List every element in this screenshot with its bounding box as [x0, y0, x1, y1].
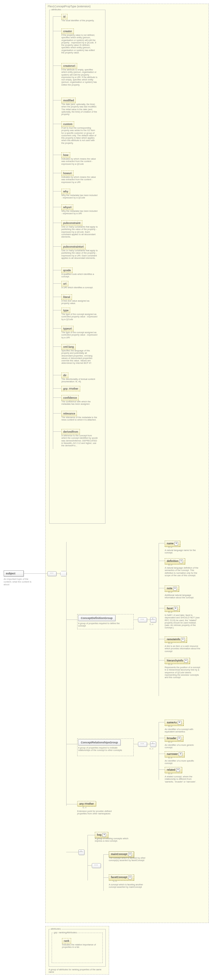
attr-connector — [53, 223, 61, 223]
attr-dir[interactable]: dir — [61, 372, 68, 378]
expand-icon[interactable]: + — [128, 853, 132, 856]
attr-confidence[interactable]: confidence — [61, 395, 79, 401]
elem-related[interactable]: related+ — [165, 767, 182, 773]
expand-icon[interactable]: + — [173, 587, 177, 590]
attr-creatoruri[interactable]: creatoruri — [61, 63, 77, 68]
bottom-attributes-label: attributes — [50, 928, 61, 930]
expand-icon[interactable]: + — [184, 659, 188, 663]
attr-desc: A free-text value assigned as property v… — [61, 300, 98, 305]
elem-desc: An identifier of a more specific concept… — [165, 760, 201, 765]
card: 0..∞ — [168, 546, 172, 548]
attr-typeuri[interactable]: typeuri — [61, 326, 74, 331]
attr-whyuri[interactable]: whyuri — [61, 205, 73, 210]
attr-desc: If set to true the corresponding propert… — [61, 127, 98, 145]
expand-icon[interactable]: + — [128, 876, 132, 879]
expand-icon[interactable]: + — [174, 607, 178, 611]
expand-icon[interactable]: + — [178, 721, 181, 724]
rel-group-title[interactable]: ConceptRelationshipsGroup — [78, 740, 121, 746]
elem-narrower[interactable]: narrower+ — [165, 751, 184, 757]
def-vline — [159, 543, 159, 696]
attr-connector — [53, 65, 61, 66]
attr-modified[interactable]: modified — [61, 98, 76, 103]
elem-note[interactable]: note+ — [165, 585, 179, 592]
h-to-any — [66, 804, 77, 804]
facetconcept-desc: A concept which is faceting another conc… — [109, 883, 148, 889]
expand-icon[interactable]: + — [179, 560, 183, 563]
card: 0..∞ — [168, 663, 172, 665]
attr-derivedfrom[interactable]: derivedfrom — [61, 429, 80, 434]
attr-custom[interactable]: custom — [61, 121, 74, 127]
attr-relevance[interactable]: relevance — [61, 411, 77, 416]
attr-desc: The date (and, optionally, the time) whe… — [61, 103, 98, 116]
mf-seq — [92, 863, 101, 868]
attr-type[interactable]: type — [61, 308, 70, 313]
elem-hierarchyinfo[interactable]: hierarchyInfo+ — [165, 658, 190, 664]
elem-name[interactable]: name+ — [165, 541, 180, 547]
elem-desc: An identifier of a more generic concept. — [165, 744, 201, 749]
h-bag — [88, 835, 95, 835]
def-group-title[interactable]: ConceptDefinitionGroup — [78, 615, 115, 621]
expand-icon[interactable]: + — [176, 768, 180, 772]
attributes-label: attributes — [51, 8, 62, 11]
concept-definition-group: ConceptDefinitionGroup A group of proper… — [77, 614, 134, 629]
card: 0..∞ — [168, 725, 172, 727]
def-choice — [150, 617, 156, 623]
bag-desc: A group of existing concepts which expre… — [95, 837, 131, 843]
attr-desc: The type of the concept assigned as cont… — [61, 331, 98, 339]
attr-uri[interactable]: uri — [61, 281, 68, 286]
elem-desc: Additional natural language information … — [165, 594, 201, 599]
attr-connector — [53, 155, 61, 155]
attr-how[interactable]: how — [61, 152, 70, 158]
attr-desc: Indicates by which means the value was e… — [61, 158, 98, 165]
attr-desc: Why the metadata has been included - exp… — [61, 194, 98, 199]
mf-vline — [103, 854, 104, 891]
card: 0..∞ — [168, 564, 172, 566]
attr-desc: Indicates by which means the value was e… — [61, 176, 98, 184]
expand-icon[interactable]: + — [181, 638, 185, 641]
facetconcept-node[interactable]: facetConcept+ — [109, 874, 134, 880]
attr-connector — [53, 388, 61, 389]
card: 0..∞ — [168, 591, 172, 593]
attr-desc: One or many constraints that apply to pu… — [61, 226, 98, 238]
mainconcept-desc: The concept which is faceted by other co… — [109, 857, 148, 862]
elem-broader[interactable]: broader+ — [165, 735, 183, 741]
attr-why[interactable]: why — [61, 189, 70, 194]
attr-grp-other[interactable]: grp: ##other — [61, 386, 80, 391]
elem-remoteinfo[interactable]: remoteInfo+ — [165, 636, 187, 643]
attr-creator[interactable]: creator — [61, 29, 74, 34]
attr-literal[interactable]: literal — [61, 294, 72, 300]
elem-definition[interactable]: definition+ — [165, 558, 185, 564]
attr-pubconstraint[interactable]: pubconstraint — [61, 220, 82, 226]
elem-desc: In NAR 1.8 and later, facet is deprecate… — [165, 614, 201, 629]
diagram-canvas: Flex1ConceptPropType (extension) attribu… — [4, 4, 209, 976]
any-other-node[interactable]: any ##other — [77, 801, 96, 807]
root-seq — [47, 571, 56, 576]
card: 0..∞ — [168, 757, 172, 759]
rank-node[interactable]: rank — [62, 938, 71, 943]
elem-facet[interactable]: facet+ — [165, 606, 179, 612]
attr-connector — [53, 431, 61, 432]
attr-howuri[interactable]: howuri — [61, 170, 74, 176]
attr-pubconstrainturi[interactable]: pubconstrainturi — [61, 244, 86, 250]
attr-id[interactable]: id — [61, 14, 67, 19]
elem-desc: A natural language name for the concept. — [165, 549, 201, 554]
attr-connector — [53, 297, 61, 297]
attr-desc: One or many constraints that apply to pu… — [61, 250, 98, 259]
def-seq — [138, 617, 147, 622]
expand-icon[interactable]: + — [102, 833, 106, 837]
expand-icon[interactable]: + — [175, 542, 178, 546]
rel-seq — [138, 742, 147, 747]
attr-qcode[interactable]: qcode — [61, 267, 73, 273]
expand-icon[interactable]: + — [179, 752, 182, 756]
def-child-h — [159, 660, 165, 660]
attr-desc: The type of the concept assigned as cont… — [61, 313, 98, 321]
rank-desc: Indicates the relative importance of pro… — [62, 943, 98, 949]
expand-icon[interactable]: + — [178, 737, 181, 740]
attr-connector — [53, 310, 61, 310]
attr-connector — [53, 207, 61, 207]
card: 0..∞ — [168, 772, 172, 775]
elem-sameas[interactable]: sameAs+ — [165, 720, 184, 726]
attr-xml-lang[interactable]: xml:lang — [61, 344, 76, 350]
attr-desc: The confidence with which the metadata h… — [61, 401, 98, 406]
root-subject[interactable]: subject — [4, 570, 24, 576]
